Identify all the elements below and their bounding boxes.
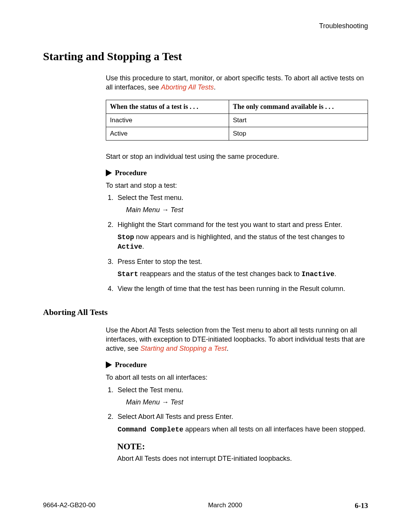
triangle-icon [106,361,112,368]
menu-path: Main Menu → Test [126,205,368,214]
intro-post: . [214,83,216,91]
table-head-command: The only command available is . . . [229,100,368,113]
table-head-status: When the status of a test is . . . [106,100,229,113]
proc2-lead: To abort all tests on all interfaces: [106,373,368,382]
list-item: Select the Test menu. Main Menu → Test [115,385,368,407]
step-text: Select the Test menu. [118,194,183,201]
mono-stop: Stop [118,233,134,241]
status-command-table: When the status of a test is . . . The o… [106,100,368,141]
section-heading-aborting: Aborting All Tests [43,307,368,317]
page: Troubleshooting Starting and Stopping a … [0,0,411,532]
menu-path-a: Main Menu [126,398,162,406]
footer-date: March 2000 [208,502,242,510]
procedure-heading: Procedure [106,169,368,177]
step-text: Select the Test menu. [118,386,183,394]
intro-paragraph: Use this procedure to start, monitor, or… [106,73,368,92]
arrow-icon: → [162,398,169,406]
table-header-row: When the status of a test is . . . The o… [106,100,368,113]
step-sub-d: . [142,243,144,250]
menu-path: Main Menu → Test [126,398,368,407]
step-text: Select Abort All Tests and press Enter. [118,413,233,420]
page-footer: 9664-A2-GB20-00 March 2000 6-13 [43,502,368,510]
procedure-1-steps: Select the Test menu. Main Menu → Test H… [106,193,368,293]
abort-intro-post: . [227,345,229,352]
footer-page-number: 6-13 [355,502,368,510]
note-block: NOTE: Abort All Tests does not interrupt… [117,442,368,463]
step-sub-b: appears when all tests on all interfaces… [183,425,365,433]
table-row: Inactive Start [106,113,368,127]
mono-start: Start [118,270,138,278]
mono-active: Active [118,243,142,251]
step-sub: Start reappears and the status of the te… [118,269,368,279]
procedure-heading: Procedure [106,361,368,369]
step-text: Highlight the Start command for the test… [118,221,342,228]
step-sub-d: . [335,270,336,278]
menu-path-a: Main Menu [126,206,162,214]
step-sub: Command Complete appears when all tests … [118,425,368,434]
proc1-lead: To start and stop a test: [106,181,368,190]
procedure-label: Procedure [115,169,147,177]
step-sub-b: now appears and is highlighted, and the … [134,233,344,241]
footer-doc-id: 9664-A2-GB20-00 [43,502,96,510]
triangle-icon [106,169,112,176]
list-item: Select Abort All Tests and press Enter. … [115,412,368,434]
note-body: Abort All Tests does not interrupt DTE-i… [117,454,368,463]
menu-path-b: Test [170,206,183,214]
step-sub: Stop now appears and is highlighted, and… [118,232,368,252]
list-item: Highlight the Start command for the test… [115,220,368,252]
procedure-2-steps: Select the Test menu. Main Menu → Test S… [106,385,368,434]
page-title: Starting and Stopping a Test [43,50,368,63]
table-cell: Stop [229,127,368,140]
list-item: View the length of time that the test ha… [115,284,368,293]
table-cell: Active [106,127,229,140]
step-sub-b: reappears and the status of the test cha… [138,270,301,278]
step-text: Press Enter to stop the test. [118,258,202,265]
step-text: View the length of time that the test ha… [118,285,345,292]
post-table-text: Start or stop an individual test using t… [106,152,368,161]
arrow-icon: → [162,206,169,214]
note-heading: NOTE: [117,442,368,452]
table-row: Active Stop [106,127,368,140]
menu-path-b: Test [170,398,183,406]
mono-command-complete: Command Complete [118,426,183,433]
header-section: Troubleshooting [43,22,368,30]
mono-inactive: Inactive [301,270,334,278]
intro-pre: Use this procedure to start, monitor, or… [106,74,364,91]
link-starting-stopping[interactable]: Starting and Stopping a Test [140,345,227,352]
table-cell: Start [229,113,368,127]
list-item: Select the Test menu. Main Menu → Test [115,193,368,215]
table-cell: Inactive [106,113,229,127]
procedure-label: Procedure [115,361,147,369]
link-aborting-all-tests[interactable]: Aborting All Tests [161,83,214,91]
abort-intro-paragraph: Use the Abort All Tests selection from t… [106,326,368,353]
list-item: Press Enter to stop the test. Start reap… [115,257,368,279]
